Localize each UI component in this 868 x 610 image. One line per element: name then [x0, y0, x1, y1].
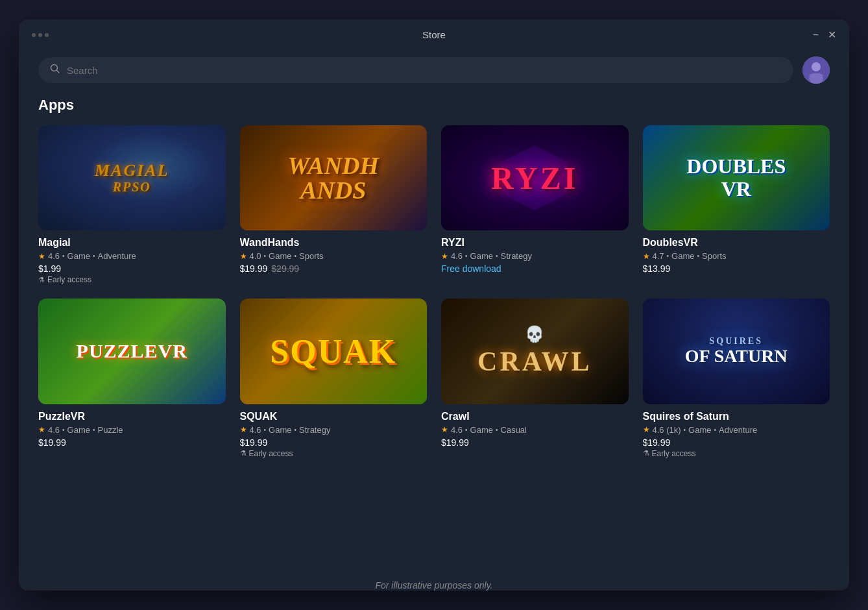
- star-icon: ★: [441, 425, 448, 434]
- star-icon: ★: [38, 252, 45, 261]
- app-meta-puzzlevr: ★4.6 • Game • Puzzle: [38, 425, 226, 435]
- app-thumbnail-ryzi: RYZI: [441, 125, 629, 230]
- app-rating: 4.6: [250, 425, 261, 435]
- apps-section: Apps MAGIALRPSOMagial★4.6 • Game • Adven…: [38, 97, 830, 458]
- app-thumbnail-wandhands: WANDHANDS: [240, 125, 428, 230]
- dot-separator: •: [93, 426, 95, 433]
- svg-line-1: [57, 71, 60, 73]
- price-value: $19.99: [643, 437, 671, 448]
- star-icon: ★: [643, 425, 650, 434]
- star-icon: ★: [38, 425, 45, 434]
- search-bar-wrap: [38, 50, 830, 97]
- dot-separator: •: [465, 252, 468, 260]
- close-button[interactable]: ✕: [828, 29, 836, 41]
- app-genre: Strategy: [501, 251, 532, 261]
- dot-separator: •: [465, 426, 468, 433]
- avatar[interactable]: [802, 56, 830, 84]
- window-title: Store: [422, 29, 446, 40]
- app-genre: Strategy: [299, 425, 330, 435]
- price-value: $19.99: [441, 437, 469, 448]
- app-genre: Puzzle: [98, 425, 123, 435]
- dot-separator: •: [62, 426, 65, 433]
- apps-section-title: Apps: [38, 97, 830, 114]
- app-genre: Adventure: [719, 425, 757, 435]
- app-genre: Sports: [702, 251, 727, 261]
- app-meta-crawl: ★4.6 • Game • Casual: [441, 425, 629, 435]
- early-access-badge-magial: ⚗Early access: [38, 275, 226, 284]
- dot-separator: •: [684, 426, 686, 433]
- app-card-ryzi[interactable]: RYZIRYZI★4.6 • Game • StrategyFree downl…: [441, 125, 629, 284]
- early-access-label: Early access: [47, 275, 91, 284]
- app-category: Game: [67, 251, 90, 261]
- app-price-wandhands: $19.99$29.99: [240, 263, 428, 274]
- early-access-label: Early access: [249, 449, 293, 458]
- app-meta-squires: ★4.6 (1k) • Game • Adventure: [643, 425, 830, 435]
- original-price: $29.99: [271, 263, 299, 274]
- dot-separator: •: [714, 426, 717, 433]
- app-thumbnail-crawl: 💀CRAWL: [441, 299, 629, 404]
- minimize-button[interactable]: −: [813, 29, 819, 41]
- app-meta-wandhands: ★4.0 • Game • Sports: [240, 251, 428, 261]
- price-value: $19.99: [38, 437, 66, 448]
- app-rating: 4.6: [48, 425, 60, 435]
- app-price-magial: $1.99: [38, 263, 226, 274]
- early-access-badge-squires: ⚗Early access: [643, 449, 830, 458]
- app-name-puzzlevr: PuzzleVR: [38, 411, 226, 422]
- apps-grid: MAGIALRPSOMagial★4.6 • Game • Adventure$…: [38, 125, 830, 458]
- app-category: Game: [67, 425, 90, 435]
- star-icon: ★: [643, 252, 650, 261]
- app-name-magial: Magial: [38, 237, 226, 249]
- dot-separator: •: [496, 252, 498, 260]
- app-card-squires[interactable]: SQUIRESof SaturnSquires of Saturn★4.6 (1…: [643, 299, 830, 458]
- main-content: Apps MAGIALRPSOMagial★4.6 • Game • Adven…: [19, 50, 849, 571]
- early-access-icon: ⚗: [38, 276, 45, 284]
- app-thumbnail-doublesvr: DOUBLESVR: [643, 125, 830, 230]
- dot-separator: •: [93, 252, 95, 260]
- dot-separator: •: [697, 252, 700, 260]
- app-price-crawl: $19.99: [441, 437, 629, 448]
- app-card-puzzlevr[interactable]: PuzzleVRPuzzleVR★4.6 • Game • Puzzle$19.…: [38, 299, 226, 458]
- app-thumbnail-puzzlevr: PuzzleVR: [38, 299, 226, 404]
- app-name-ryzi: RYZI: [441, 237, 629, 249]
- app-genre: Adventure: [98, 251, 136, 261]
- app-rating: 4.6: [48, 251, 60, 261]
- app-genre: Sports: [299, 251, 324, 261]
- titlebar: Store − ✕: [19, 19, 849, 50]
- app-card-doublesvr[interactable]: DOUBLESVRDoublesVR★4.7 • Game • Sports$1…: [643, 125, 830, 284]
- dot-separator: •: [264, 426, 267, 433]
- early-access-icon: ⚗: [643, 449, 649, 458]
- app-card-squak[interactable]: SQUAKSQUAK★4.6 • Game • Strategy$19.99⚗E…: [240, 299, 428, 458]
- app-name-squak: SQUAK: [240, 411, 428, 422]
- app-name-crawl: Crawl: [441, 411, 629, 422]
- early-access-badge-squak: ⚗Early access: [240, 449, 428, 458]
- app-card-magial[interactable]: MAGIALRPSOMagial★4.6 • Game • Adventure$…: [38, 125, 226, 284]
- titlebar-controls: − ✕: [813, 29, 836, 41]
- app-category: Game: [688, 425, 711, 435]
- app-rating: 4.7: [653, 251, 664, 261]
- app-card-crawl[interactable]: 💀CRAWLCrawl★4.6 • Game • Casual$19.99: [441, 299, 629, 458]
- app-meta-squak: ★4.6 • Game • Strategy: [240, 425, 428, 435]
- app-meta-magial: ★4.6 • Game • Adventure: [38, 251, 226, 261]
- price-value: $19.99: [240, 437, 268, 448]
- app-rating: 4.6: [451, 425, 463, 435]
- search-input[interactable]: [67, 65, 782, 76]
- app-category: Game: [269, 425, 291, 435]
- star-icon: ★: [240, 252, 247, 261]
- app-genre: Casual: [501, 425, 527, 435]
- titlebar-dots: [32, 33, 49, 37]
- search-icon: [50, 64, 60, 77]
- app-card-wandhands[interactable]: WANDHANDSWandHands★4.0 • Game • Sports$1…: [240, 125, 428, 284]
- price-value: $1.99: [38, 263, 61, 274]
- app-name-wandhands: WandHands: [240, 237, 428, 249]
- app-price-ryzi: Free download: [441, 263, 629, 274]
- price-value: $13.99: [643, 263, 671, 274]
- app-price-squak: $19.99: [240, 437, 428, 448]
- dot-separator: •: [62, 252, 65, 260]
- svg-point-3: [812, 62, 821, 71]
- star-icon: ★: [441, 252, 448, 261]
- dot-separator: •: [667, 252, 669, 260]
- star-icon: ★: [240, 425, 247, 434]
- app-name-squires: Squires of Saturn: [643, 411, 830, 422]
- price-value: $19.99: [240, 263, 268, 274]
- search-bar[interactable]: [38, 57, 793, 83]
